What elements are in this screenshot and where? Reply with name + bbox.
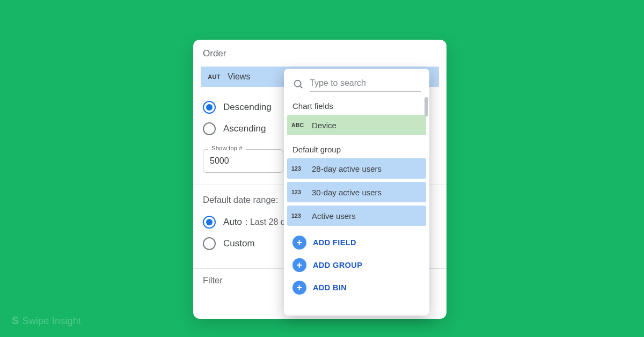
radio-icon (203, 101, 216, 114)
svg-line-1 (300, 85, 302, 87)
field-item-label: Device (312, 121, 336, 130)
add-field-button[interactable]: + ADD FIELD (289, 233, 424, 252)
type-badge-123: 123 (291, 213, 312, 219)
svg-point-0 (295, 80, 301, 86)
plus-icon: + (292, 281, 306, 295)
field-item-30day[interactable]: 123 30-day active users (287, 182, 426, 202)
field-item-device[interactable]: ABC Device (287, 115, 426, 135)
show-top-input[interactable] (203, 149, 283, 173)
add-bin-button[interactable]: + ADD BIN (289, 279, 424, 297)
field-item-label: 28-day active users (312, 164, 382, 173)
search-row (284, 69, 429, 95)
add-field-label: ADD FIELD (313, 238, 356, 247)
show-top-field[interactable]: Show top # (203, 149, 283, 173)
plus-icon: + (292, 236, 306, 250)
add-group-button[interactable]: + ADD GROUP (289, 256, 424, 274)
radio-icon (203, 122, 216, 135)
type-badge-abc: ABC (291, 122, 312, 128)
panel-title: Order (193, 48, 447, 64)
section-chart-fields: Chart fields (284, 95, 429, 115)
field-item-label: 30-day active users (312, 188, 382, 197)
watermark-text: Swipe Insight (23, 316, 82, 327)
watermark: S Swipe Insight (12, 315, 81, 327)
field-type-badge: AUT (201, 74, 228, 80)
sort-descending-label: Descending (223, 102, 272, 113)
field-item-label: Active users (312, 211, 356, 221)
section-default-group: Default group (284, 138, 429, 158)
radio-icon (203, 237, 216, 250)
date-range-auto-suffix: : Last 28 d (245, 217, 286, 227)
search-icon (292, 78, 304, 90)
action-list: + ADD FIELD + ADD GROUP + ADD BIN (284, 229, 429, 304)
add-bin-label: ADD BIN (313, 283, 347, 292)
scrollbar-thumb[interactable] (425, 97, 428, 116)
sort-ascending-label: Ascending (223, 123, 266, 134)
radio-icon (203, 216, 216, 229)
plus-icon: + (292, 258, 306, 272)
date-range-custom-label: Custom (223, 238, 255, 249)
add-group-label: ADD GROUP (313, 261, 362, 269)
search-input[interactable] (310, 76, 421, 92)
show-top-label: Show top # (208, 145, 246, 151)
type-badge-123: 123 (291, 165, 312, 172)
field-label: Views (228, 72, 250, 82)
date-range-auto-label: Auto (223, 217, 242, 228)
field-list[interactable]: Chart fields ABC Device Default group 12… (284, 95, 429, 316)
field-item-28day[interactable]: 123 28-day active users (287, 158, 426, 179)
field-picker-popover: Chart fields ABC Device Default group 12… (284, 69, 429, 316)
logo-icon: S (12, 314, 19, 327)
type-badge-123: 123 (291, 189, 312, 195)
field-item-active[interactable]: 123 Active users (287, 206, 426, 226)
